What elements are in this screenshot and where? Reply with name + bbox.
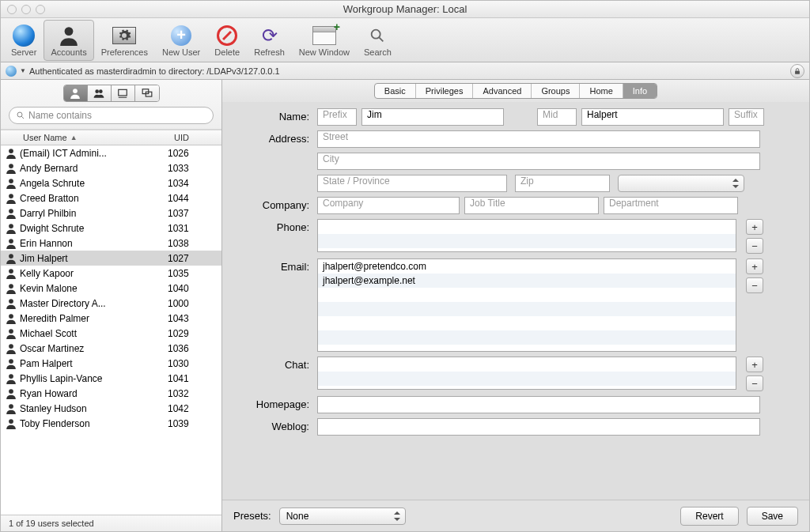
col-user-name[interactable]: User Name▲ <box>18 130 169 145</box>
person-icon <box>6 208 17 219</box>
email-list[interactable]: jhalpert@pretendco.comjhalpert@example.n… <box>317 258 736 352</box>
chat-remove-button[interactable]: − <box>746 375 763 391</box>
city-field[interactable]: City <box>317 153 760 170</box>
country-popup[interactable] <box>618 175 744 192</box>
tab-privileges[interactable]: Privileges <box>416 84 474 98</box>
jobtitle-field[interactable]: Job Title <box>464 197 599 214</box>
company-field[interactable]: Company <box>317 197 460 214</box>
toolbar-refresh[interactable]: ⟳ Refresh <box>247 20 292 61</box>
toolbar-server[interactable]: Server <box>4 20 44 61</box>
first-name-field[interactable]: Jim <box>361 108 504 126</box>
email-row[interactable] <box>318 330 736 345</box>
user-row[interactable]: Meredith Palmer1043 <box>1 311 221 326</box>
street-field[interactable]: Street <box>317 130 760 148</box>
department-field[interactable]: Department <box>604 197 738 214</box>
user-uid-cell: 1040 <box>168 283 220 294</box>
phone-remove-button[interactable]: − <box>746 238 763 254</box>
weblog-field[interactable] <box>317 418 760 436</box>
refresh-icon: ⟳ <box>257 24 282 47</box>
user-row[interactable]: Angela Schrute1034 <box>1 175 221 191</box>
user-uid-cell: 1043 <box>168 313 220 324</box>
user-uid-cell: 1042 <box>168 403 220 414</box>
toolbar-new-window[interactable]: New Window <box>292 20 357 61</box>
scope-users[interactable] <box>64 85 88 101</box>
suffix-field[interactable]: Suffix <box>729 108 764 126</box>
email-row[interactable] <box>318 302 736 316</box>
user-row[interactable]: Toby Flenderson1039 <box>1 416 221 431</box>
user-row[interactable]: Phyllis Lapin-Vance1041 <box>1 371 221 386</box>
email-remove-button[interactable]: − <box>746 277 763 293</box>
user-row[interactable]: Pam Halpert1030 <box>1 356 221 371</box>
scope-computers[interactable] <box>112 85 135 101</box>
last-name-field[interactable]: Halpert <box>581 108 724 126</box>
homepage-field[interactable] <box>317 396 760 413</box>
presets-popup[interactable]: None <box>279 507 406 525</box>
tab-groups[interactable]: Groups <box>532 84 580 98</box>
save-button[interactable]: Save <box>747 507 798 526</box>
svg-point-29 <box>9 389 13 394</box>
label-chat: Chat: <box>222 357 317 371</box>
col-uid[interactable]: UID <box>169 130 221 145</box>
person-icon <box>6 313 17 324</box>
tab-basic[interactable]: Basic <box>375 84 416 98</box>
user-row[interactable]: Michael Scott1029 <box>1 326 221 341</box>
label-address: Address: <box>222 130 317 145</box>
email-row[interactable]: jhalpert@example.net <box>318 274 736 288</box>
user-row[interactable]: Kelly Kapoor1035 <box>1 266 221 281</box>
user-row[interactable]: Erin Hannon1038 <box>1 236 221 251</box>
toolbar-accounts[interactable]: Accounts <box>44 20 93 61</box>
user-row[interactable]: Jim Halpert1027 <box>1 251 221 266</box>
svg-point-18 <box>9 224 13 228</box>
user-row[interactable]: Andy Bernard1033 <box>1 160 221 175</box>
scope-computer-groups[interactable] <box>135 85 159 101</box>
email-add-button[interactable]: + <box>746 258 763 274</box>
user-row[interactable]: Darryl Philbin1037 <box>1 206 221 221</box>
revert-button[interactable]: Revert <box>680 507 738 526</box>
toolbar-search[interactable]: Search <box>357 20 399 61</box>
lock-button[interactable] <box>790 64 804 78</box>
svg-point-30 <box>9 404 13 409</box>
svg-point-4 <box>73 89 78 93</box>
user-list[interactable]: (Email) ICT Admini...1026Andy Bernard103… <box>1 145 221 515</box>
svg-point-13 <box>9 149 13 153</box>
person-icon <box>6 343 17 354</box>
directory-menu-chevron-icon[interactable]: ▼ <box>20 67 26 74</box>
toolbar-delete[interactable]: Delete <box>207 20 247 61</box>
label-homepage: Homepage: <box>222 396 317 410</box>
chat-list[interactable] <box>317 357 736 390</box>
zip-field[interactable]: Zip <box>515 175 610 192</box>
svg-point-24 <box>9 314 13 319</box>
window-title: Workgroup Manager: Local <box>1 3 809 15</box>
prefix-field[interactable]: Prefix <box>317 108 357 126</box>
user-row[interactable]: Oscar Martinez1036 <box>1 341 221 356</box>
toolbar-preferences[interactable]: Preferences <box>94 20 155 61</box>
person-icon <box>6 283 17 294</box>
user-row[interactable]: Ryan Howard1032 <box>1 386 221 401</box>
state-field[interactable]: State / Province <box>317 175 507 192</box>
search-input[interactable]: Name contains <box>9 107 214 124</box>
user-row[interactable]: Stanley Hudson1042 <box>1 401 221 416</box>
phone-list[interactable] <box>317 219 736 252</box>
email-row[interactable] <box>318 316 736 330</box>
svg-point-28 <box>9 374 13 379</box>
scope-groups[interactable] <box>88 85 112 101</box>
chat-add-button[interactable]: + <box>746 357 763 372</box>
mid-name-field[interactable]: Mid <box>537 108 577 126</box>
person-icon <box>6 148 17 159</box>
toolbar-new-user[interactable]: + New User <box>155 20 207 61</box>
detail-panel: BasicPrivilegesAdvancedGroupsHomeInfo Na… <box>222 80 809 531</box>
user-row[interactable]: Kevin Malone1040 <box>1 281 221 296</box>
user-row[interactable]: Creed Bratton1044 <box>1 191 221 206</box>
user-row[interactable]: Dwight Schrute1031 <box>1 221 221 236</box>
email-row[interactable] <box>318 288 736 302</box>
content-split: Name contains User Name▲ UID (Email) ICT… <box>1 80 809 531</box>
tab-info[interactable]: Info <box>623 84 657 98</box>
directory-globe-icon[interactable] <box>6 66 17 77</box>
tab-home[interactable]: Home <box>580 84 623 98</box>
user-row[interactable]: (Email) ICT Admini...1026 <box>1 145 221 160</box>
phone-add-button[interactable]: + <box>746 219 763 235</box>
toolbar-preferences-label: Preferences <box>101 47 148 57</box>
email-row[interactable]: jhalpert@pretendco.com <box>318 259 736 274</box>
tab-advanced[interactable]: Advanced <box>473 84 532 98</box>
user-row[interactable]: Master Directory A...1000 <box>1 296 221 311</box>
